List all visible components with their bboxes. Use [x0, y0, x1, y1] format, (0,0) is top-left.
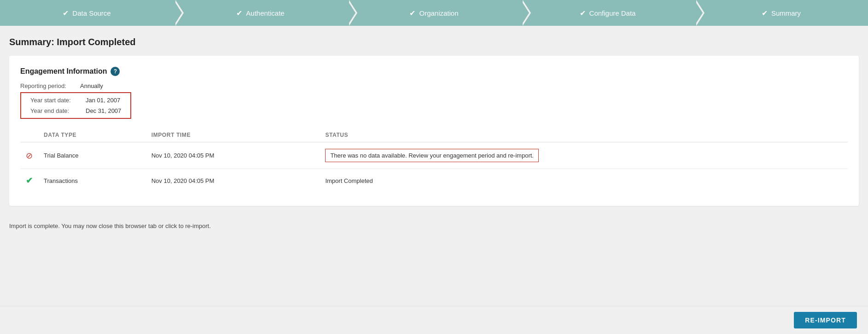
- col-icon-header: [20, 128, 38, 142]
- step-label-authenticate: Authenticate: [246, 9, 284, 17]
- footer-text: Import is complete. You may now close th…: [9, 213, 859, 234]
- step-check-configure-data: ✔: [580, 9, 586, 18]
- step-label-organization: Organization: [419, 9, 458, 17]
- year-start-row: Year start date: Jan 01, 2007: [26, 95, 126, 105]
- status-ok: Import Completed: [325, 177, 373, 184]
- progress-step-authenticate[interactable]: ✔Authenticate: [174, 0, 347, 26]
- step-check-summary: ✔: [762, 9, 768, 18]
- engagement-card: Engagement Information ? Reporting perio…: [9, 56, 859, 206]
- step-label-data-source: Data Source: [72, 9, 111, 17]
- step-label-summary: Summary: [771, 9, 801, 17]
- page-title: Summary: Import Completed: [9, 37, 859, 47]
- row-data-type: Transactions: [38, 169, 146, 193]
- progress-bar: ✔Data Source✔Authenticate✔Organization✔C…: [0, 0, 868, 26]
- reporting-period-value: Annually: [80, 82, 103, 89]
- data-table: DATA TYPE IMPORT TIME STATUS ⊘ Trial Bal…: [20, 128, 848, 192]
- col-status-header: STATUS: [320, 128, 848, 142]
- row-import-time: Nov 10, 2020 04:05 PM: [146, 169, 320, 193]
- table-header-row: DATA TYPE IMPORT TIME STATUS: [20, 128, 848, 142]
- yes-icon: ✔: [26, 176, 33, 185]
- bottom-bar: RE-IMPORT: [0, 306, 868, 334]
- progress-step-organization[interactable]: ✔Organization: [347, 0, 521, 26]
- year-start-value: Jan 01, 2007: [86, 97, 120, 104]
- step-check-organization: ✔: [409, 9, 415, 18]
- section-title-row: Engagement Information ?: [20, 67, 848, 76]
- row-data-type: Trial Balance: [38, 142, 146, 169]
- date-box: Year start date: Jan 01, 2007 Year end d…: [20, 92, 131, 119]
- year-end-value: Dec 31, 2007: [86, 107, 121, 114]
- progress-step-data-source[interactable]: ✔Data Source: [0, 0, 174, 26]
- row-import-time: Nov 10, 2020 04:05 PM: [146, 142, 320, 169]
- year-end-row: Year end date: Dec 31, 2007: [26, 105, 126, 116]
- no-icon: ⊘: [26, 151, 33, 160]
- row-status: Import Completed: [320, 169, 848, 193]
- status-error: There was no data available. Review your…: [325, 149, 539, 162]
- reimport-button[interactable]: RE-IMPORT: [794, 312, 857, 328]
- reporting-period-label: Reporting period:: [20, 82, 80, 89]
- step-label-configure-data: Configure Data: [589, 9, 636, 17]
- section-title: Engagement Information: [20, 67, 107, 76]
- year-end-label: Year end date:: [30, 107, 86, 114]
- progress-step-summary[interactable]: ✔Summary: [694, 0, 868, 26]
- col-data-type-header: DATA TYPE: [38, 128, 146, 142]
- row-status: There was no data available. Review your…: [320, 142, 848, 169]
- reporting-period-row: Reporting period: Annually: [20, 82, 848, 89]
- progress-step-configure-data[interactable]: ✔Configure Data: [521, 0, 694, 26]
- col-import-time-header: IMPORT TIME: [146, 128, 320, 142]
- table-row: ⊘ Trial Balance Nov 10, 2020 04:05 PM Th…: [20, 142, 848, 169]
- step-check-authenticate: ✔: [236, 9, 242, 18]
- step-check-data-source: ✔: [63, 9, 69, 18]
- row-icon-cell: ⊘: [20, 142, 38, 169]
- table-row: ✔ Transactions Nov 10, 2020 04:05 PM Imp…: [20, 169, 848, 193]
- year-start-label: Year start date:: [30, 97, 86, 104]
- row-icon-cell: ✔: [20, 169, 38, 193]
- main-content: Summary: Import Completed Engagement Inf…: [0, 26, 868, 243]
- help-icon[interactable]: ?: [111, 67, 120, 76]
